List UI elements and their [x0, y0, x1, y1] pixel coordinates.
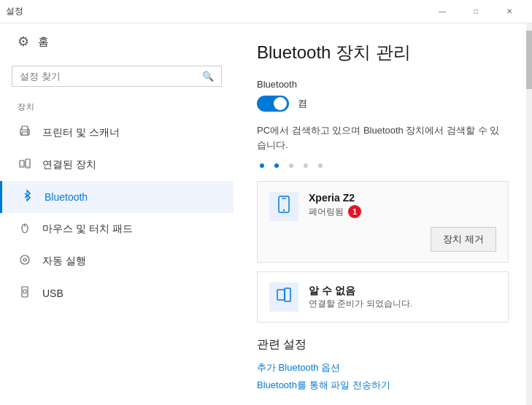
sidebar-item-usb[interactable]: USB: [0, 277, 234, 309]
search-input[interactable]: [20, 71, 196, 82]
autorun-icon: [18, 253, 32, 269]
window-title: 설정: [6, 5, 23, 18]
device-status-row: 페어링됨 1: [309, 205, 496, 218]
device-name: Xperia Z2: [309, 192, 496, 204]
sidebar-item-mouse-label: 마우스 및 터치 패드: [42, 223, 133, 236]
phone-icon: [274, 195, 293, 218]
settings-window: 설정 — □ ✕ ⚙ 홈 🔍 장치 프린터 및 스캐너: [0, 0, 532, 405]
bluetooth-toggle-row: 켬: [257, 96, 509, 112]
main-panel: Bluetooth 장치 관리 Bluetooth 켬 PC에서 검색하고 있으…: [234, 23, 532, 405]
unknown-device-name: 알 수 없음: [309, 285, 496, 298]
scrollbar[interactable]: [526, 23, 532, 405]
sidebar-item-printer[interactable]: 프린터 및 스캐너: [0, 117, 234, 149]
svg-rect-1: [22, 126, 28, 130]
svg-point-16: [283, 209, 285, 211]
dot-3: [289, 163, 293, 168]
bluetooth-file-transfer-link[interactable]: Bluetooth를 통해 파일 전송하기: [257, 379, 509, 392]
section-label: 장치: [0, 93, 234, 117]
window-controls: — □ ✕: [425, 0, 526, 23]
gear-icon: ⚙: [18, 34, 29, 50]
svg-point-10: [20, 255, 29, 264]
unknown-device-icon-wrap: [269, 282, 298, 312]
dot-1: [260, 163, 264, 168]
toggle-knob: [274, 97, 287, 110]
sidebar-home[interactable]: ⚙ 홈: [0, 23, 234, 60]
status-badge: 1: [348, 205, 361, 218]
svg-rect-17: [277, 290, 285, 300]
home-label: 홈: [38, 35, 49, 49]
printer-icon: [18, 125, 32, 141]
bluetooth-options-link[interactable]: 추가 Bluetooth 옵션: [257, 361, 509, 374]
connected-icon: [18, 157, 32, 173]
bluetooth-icon: [20, 189, 34, 205]
search-icon: 🔍: [202, 71, 214, 82]
svg-rect-13: [23, 290, 26, 293]
svg-rect-12: [22, 287, 28, 297]
usb-icon: [18, 285, 32, 301]
svg-point-11: [23, 258, 26, 261]
svg-rect-2: [22, 132, 28, 135]
sidebar-item-usb-label: USB: [42, 288, 63, 299]
svg-point-3: [27, 131, 28, 132]
device-card-xperia: Xperia Z2 페어링됨 1 장치 제거: [257, 181, 509, 263]
toggle-state-label: 켬: [298, 97, 307, 110]
dot-2: [274, 163, 279, 168]
sidebar: ⚙ 홈 🔍 장치 프린터 및 스캐너 연결된 장치: [0, 23, 234, 405]
sidebar-item-autorun-label: 자동 실행: [42, 255, 86, 268]
sidebar-item-connected-label: 연결된 장치: [42, 158, 96, 171]
device-card-unknown: 알 수 없음 연결할 준비가 되었습니다.: [257, 271, 509, 323]
mouse-icon: [18, 221, 32, 237]
unknown-device-info: 알 수 없음 연결할 준비가 되었습니다.: [309, 285, 496, 310]
search-box[interactable]: 🔍: [12, 66, 222, 87]
close-button[interactable]: ✕: [493, 0, 526, 23]
device-card-header: Xperia Z2 페어링됨 1: [269, 192, 496, 221]
titlebar: 설정 — □ ✕: [0, 0, 532, 23]
sidebar-item-printer-label: 프린터 및 스캐너: [42, 126, 120, 139]
dots-row: [257, 163, 509, 168]
remove-device-button[interactable]: 장치 제거: [431, 227, 496, 252]
page-title: Bluetooth 장치 관리: [257, 41, 509, 64]
minimize-button[interactable]: —: [425, 0, 459, 23]
unknown-device-icon: [274, 285, 293, 309]
device-info: Xperia Z2 페어링됨 1: [309, 192, 496, 218]
bluetooth-section-label: Bluetooth: [257, 79, 509, 90]
device-icon-wrap: [269, 192, 298, 221]
sidebar-item-mouse[interactable]: 마우스 및 터치 패드: [0, 213, 234, 245]
related-title: 관련 설정: [257, 337, 509, 352]
scrollbar-thumb[interactable]: [526, 31, 532, 89]
sidebar-item-bluetooth[interactable]: Bluetooth: [0, 181, 234, 213]
unknown-device-status: 연결할 준비가 되었습니다.: [309, 298, 496, 310]
sidebar-item-autorun[interactable]: 자동 실행: [0, 245, 234, 277]
bluetooth-toggle[interactable]: [257, 96, 289, 112]
main-content: ⚙ 홈 🔍 장치 프린터 및 스캐너 연결된 장치: [0, 23, 532, 405]
sidebar-item-connected[interactable]: 연결된 장치: [0, 149, 234, 181]
dot-5: [318, 163, 323, 168]
sidebar-item-bluetooth-label: Bluetooth: [45, 191, 88, 203]
svg-rect-18: [285, 288, 290, 301]
bluetooth-description: PC에서 검색하고 있으며 Bluetooth 장치에서 검색할 수 있습니다.: [257, 123, 505, 152]
device-status: 페어링됨: [309, 206, 344, 218]
maximize-button[interactable]: □: [459, 0, 493, 23]
dot-4: [304, 163, 308, 168]
